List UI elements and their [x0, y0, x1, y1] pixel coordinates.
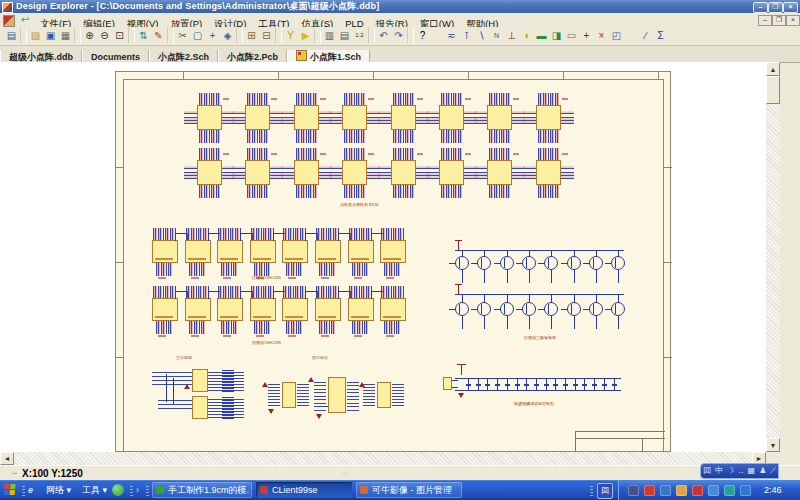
- place-junction-icon[interactable]: +: [579, 28, 594, 43]
- taskbar-grip[interactable]: [590, 484, 593, 496]
- transistor-component[interactable]: [522, 302, 536, 316]
- ic-component[interactable]: [192, 396, 208, 419]
- move-object-icon[interactable]: ◈: [220, 28, 235, 43]
- transistor-component[interactable]: [522, 256, 536, 270]
- ime-icon-5[interactable]: ♟: [759, 464, 766, 478]
- place-no-erc-icon[interactable]: ×: [594, 28, 609, 43]
- quad-ic-component[interactable]: [439, 160, 464, 185]
- tray-icon-5[interactable]: [708, 485, 719, 496]
- globe-quicklaunch-icon[interactable]: [112, 484, 124, 496]
- transistor-component[interactable]: [500, 302, 514, 316]
- transistor-component[interactable]: [567, 256, 581, 270]
- ime-icon-0[interactable]: 回: [703, 464, 711, 478]
- transistor-component[interactable]: [477, 256, 491, 270]
- quad-ic-component[interactable]: [197, 105, 222, 130]
- transistor-component[interactable]: [477, 302, 491, 316]
- sim-run-icon[interactable]: ▤: [337, 28, 352, 43]
- filter-icon[interactable]: Y: [283, 28, 298, 43]
- tray-icon-6[interactable]: [724, 485, 735, 496]
- schematic-canvas[interactable]: 点阵显示屏阵列 8X16行驱动74HC595列驱动74HC595行驱动三极管电路…: [0, 62, 766, 452]
- quad-ic-component[interactable]: [487, 105, 512, 130]
- ic-component[interactable]: [443, 377, 452, 390]
- place-sheet-symbol-icon[interactable]: ▬: [534, 28, 549, 43]
- child-close-button[interactable]: ×: [786, 15, 800, 26]
- ime-icon-6[interactable]: ⟋: [770, 464, 776, 478]
- transistor-component[interactable]: [611, 256, 625, 270]
- ic-component[interactable]: [377, 382, 391, 408]
- minimize-button[interactable]: –: [753, 2, 768, 13]
- back-arrow-icon[interactable]: ↩: [18, 13, 32, 27]
- annotate-icon[interactable]: ✎: [151, 28, 166, 43]
- task-keniu[interactable]: 可牛影像 - 图片管理: [356, 482, 462, 498]
- transistor-component[interactable]: [544, 302, 558, 316]
- scroll-left-button[interactable]: ◄: [0, 452, 14, 465]
- scroll-down-button[interactable]: ▼: [766, 438, 780, 452]
- probe-mark-icon[interactable]: ▶: [298, 28, 313, 43]
- tray-icon-0[interactable]: [628, 485, 639, 496]
- place-part-icon[interactable]: ◖: [519, 28, 534, 43]
- place-net-label-icon[interactable]: N: [489, 28, 504, 43]
- quad-ic-component[interactable]: [294, 160, 319, 185]
- horizontal-scrollbar[interactable]: [0, 452, 766, 465]
- quad-ic-component[interactable]: [487, 160, 512, 185]
- transistor-component[interactable]: [455, 302, 469, 316]
- ie-quicklaunch-icon[interactable]: e: [28, 480, 33, 500]
- place-power-port-icon[interactable]: ⊥: [504, 28, 519, 43]
- place-port-icon[interactable]: ▭: [564, 28, 579, 43]
- browse-library-icon[interactable]: ⊞: [244, 28, 259, 43]
- transistor-component[interactable]: [544, 256, 558, 270]
- tools-toolbar-label[interactable]: 工具 ▾: [82, 480, 107, 500]
- draw-polygon-icon[interactable]: Σ: [653, 28, 668, 43]
- quad-ic-component[interactable]: [245, 160, 270, 185]
- help-icon[interactable]: ?: [415, 28, 430, 43]
- tray-icon-3[interactable]: [676, 485, 687, 496]
- save-document-icon[interactable]: ▣: [43, 28, 58, 43]
- quad-ic-component[interactable]: [197, 160, 222, 185]
- open-document-icon[interactable]: ▨: [28, 28, 43, 43]
- tray-icon-7[interactable]: [740, 485, 751, 496]
- transistor-component[interactable]: [611, 302, 625, 316]
- print-icon[interactable]: ▦: [58, 28, 73, 43]
- child-minimize-button[interactable]: –: [758, 15, 772, 26]
- transistor-component[interactable]: [455, 256, 469, 270]
- zoom-window-icon[interactable]: ⊡: [112, 28, 127, 43]
- child-restore-button[interactable]: ❐: [772, 15, 786, 26]
- quad-ic-component[interactable]: [245, 105, 270, 130]
- quad-ic-component[interactable]: [536, 160, 561, 185]
- quad-ic-component[interactable]: [391, 105, 416, 130]
- taskbar-grip[interactable]: [22, 484, 25, 496]
- tray-icon-4[interactable]: [692, 485, 703, 496]
- transistor-component[interactable]: [589, 302, 603, 316]
- task-handcraft[interactable]: 手工制作1.9cm的模.: [152, 482, 252, 498]
- ic-component[interactable]: [328, 377, 346, 413]
- quicklaunch-expand-arrow[interactable]: ›: [136, 480, 139, 500]
- ime-icon-3[interactable]: ‥: [738, 464, 743, 478]
- ime-icon-1[interactable]: 中: [715, 464, 723, 478]
- quad-ic-component[interactable]: [536, 105, 561, 130]
- quad-ic-component[interactable]: [391, 160, 416, 185]
- place-sheet-entry-icon[interactable]: ◨: [549, 28, 564, 43]
- place-bus-icon[interactable]: ⊺: [459, 28, 474, 43]
- ime-language-bar[interactable]: 回中☽‥▦♟⟋: [700, 463, 779, 479]
- sim-setup-icon[interactable]: ▥: [322, 28, 337, 43]
- scroll-up-button[interactable]: ▲: [766, 62, 780, 76]
- ic-component[interactable]: [192, 369, 208, 392]
- cross-probe-icon[interactable]: +: [205, 28, 220, 43]
- library-manager-icon[interactable]: ⊟: [259, 28, 274, 43]
- select-area-icon[interactable]: ▢: [190, 28, 205, 43]
- tray-icon-2[interactable]: [660, 485, 671, 496]
- scale-ratio-icon[interactable]: 1:2: [352, 28, 367, 43]
- explorer-panel-icon[interactable]: ▤: [4, 28, 19, 43]
- ic-component[interactable]: [282, 382, 296, 408]
- transistor-component[interactable]: [589, 256, 603, 270]
- redo-icon[interactable]: ↷: [391, 28, 406, 43]
- zoom-in-icon[interactable]: ⊕: [82, 28, 97, 43]
- network-toolbar-label[interactable]: 网络 ▾: [46, 480, 71, 500]
- transistor-component[interactable]: [500, 256, 514, 270]
- taskbar-grip[interactable]: [146, 484, 149, 496]
- taskbar-grip[interactable]: [130, 484, 133, 496]
- zoom-out-icon[interactable]: ⊖: [97, 28, 112, 43]
- restore-button[interactable]: ❐: [768, 2, 783, 13]
- tray-icon-1[interactable]: [644, 485, 655, 496]
- quad-ic-component[interactable]: [342, 105, 367, 130]
